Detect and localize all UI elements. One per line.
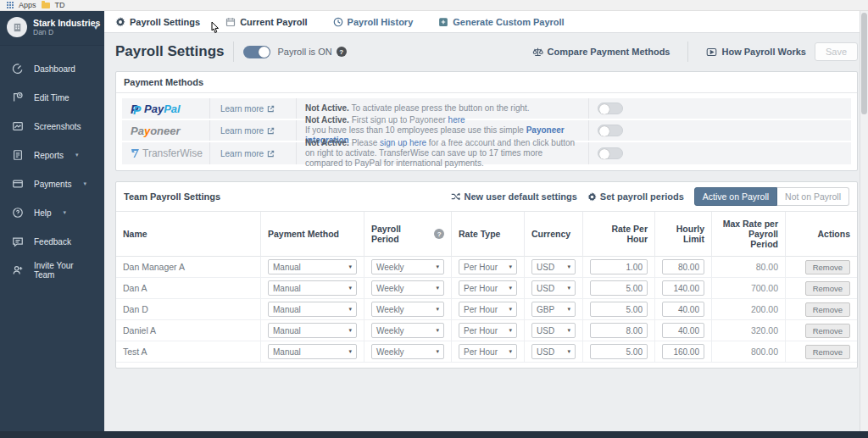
set-payroll-periods-button[interactable]: Set payroll periods [587,191,684,202]
org-caret-icon: ▾ [94,24,97,31]
browser-bookmarks-bar: Apps TD [0,0,868,11]
screenshots-icon [12,120,24,132]
sidebar-item-reports[interactable]: Reports ▾ [0,141,104,169]
active-on-payroll-button[interactable]: Active on Payroll [694,187,777,206]
payment-method-select[interactable]: Manual▾ [268,259,357,274]
payroll-on-help-icon[interactable]: ? [337,47,347,57]
paypal-logo: PP PayPal [122,103,209,115]
vertical-scrollbar[interactable] [860,11,868,431]
remove-button[interactable]: Remove [805,345,850,359]
not-on-payroll-button[interactable]: Not on Payroll [777,187,849,206]
apps-label[interactable]: Apps [19,1,36,9]
remove-button[interactable]: Remove [805,302,850,317]
scrollbar-thumb[interactable] [861,13,867,114]
hourly-limit-input[interactable] [662,344,704,359]
col-header-payment-method: Payment Method [261,212,364,257]
currency-select[interactable]: USD▾ [531,259,576,274]
org-name: Stark Industries [33,18,88,28]
payroll-period-select[interactable]: Weekly▾ [371,302,444,317]
payroll-period-select[interactable]: Weekly▾ [371,280,444,296]
rate-per-hour-input[interactable] [590,259,648,274]
rate-type-select[interactable]: Per Hour▾ [459,259,517,274]
payroll-period-help-icon[interactable]: ? [434,229,444,239]
rate-per-hour-input[interactable] [590,280,648,296]
play-video-icon [706,47,717,58]
col-header-rate-per-hour: Rate Per Hour [583,212,655,257]
transferwise-signup-link[interactable]: sign up here [380,138,426,147]
gear-icon [115,17,125,27]
main-area: Payroll Settings Current Payroll Payroll… [104,11,868,431]
tab-payroll-settings[interactable]: Payroll Settings [115,17,200,27]
payment-method-select[interactable]: Manual▾ [268,344,357,359]
currency-select[interactable]: USD▾ [531,344,576,359]
transferwise-activate-toggle[interactable] [598,147,623,159]
member-name: Test A [116,341,261,363]
bookmark-td[interactable]: TD [55,1,65,9]
payment-method-select[interactable]: Manual▾ [268,280,357,296]
rate-type-select[interactable]: Per Hour▾ [459,323,517,338]
member-name: Daniel A [116,320,261,341]
paypal-status-text: Not Active. To activate please press the… [297,103,588,114]
transferwise-flag-icon [131,148,140,158]
payoneer-learn-more-link[interactable]: Learn more [209,120,297,141]
tab-payroll-history[interactable]: Payroll History [333,17,414,27]
rate-type-select[interactable]: Per Hour▾ [459,302,517,317]
remove-button[interactable]: Remove [805,281,850,296]
sidebar-item-dashboard[interactable]: Dashboard [0,54,104,83]
member-name: Dan Manager A [116,257,261,278]
sidebar-item-edit-time[interactable]: Edit Time [0,83,104,112]
col-header-hourly-limit: Hourly Limit [655,212,712,257]
rate-type-select[interactable]: Per Hour▾ [459,344,517,359]
compare-payment-methods-button[interactable]: Compare Payment Methods [532,47,670,58]
sidebar-item-invite-your-team[interactable]: Invite Your Team [0,256,104,285]
paypal-learn-more-link[interactable]: Learn more [209,98,297,119]
payroll-period-select[interactable]: Weekly▾ [371,259,444,274]
payoneer-here-link[interactable]: here [448,115,465,125]
max-rate-value: 80.00 [712,257,786,278]
currency-select[interactable]: USD▾ [531,280,576,296]
remove-button[interactable]: Remove [805,324,850,338]
max-rate-value: 320.00 [712,320,786,341]
team-payroll-title: Team Payroll Settings [124,191,220,202]
help-icon [12,207,24,219]
tab-generate-custom-payroll[interactable]: Generate Custom Payroll [438,17,564,27]
transferwise-learn-more-link[interactable]: Learn more [209,142,297,164]
rate-per-hour-input[interactable] [590,344,648,359]
dashboard-icon [12,63,24,75]
help-caret-icon: ▾ [64,209,67,216]
sidebar-item-screenshots[interactable]: Screenshots [0,112,104,141]
currency-select[interactable]: USD▾ [531,323,576,338]
payment-method-select[interactable]: Manual▾ [268,323,357,338]
tab-current-payroll[interactable]: Current Payroll [225,17,307,27]
new-user-default-settings-button[interactable]: New user default settings [451,191,577,202]
currency-select[interactable]: GBP▾ [531,302,576,317]
divider [233,42,234,62]
payment-method-select[interactable]: Manual▾ [268,302,357,317]
rate-per-hour-input[interactable] [590,323,648,338]
payroll-on-toggle[interactable] [243,46,270,58]
sidebar-item-payments[interactable]: Payments ▾ [0,169,104,198]
col-header-payroll-period: Payroll Period? [364,212,452,257]
external-link-icon [267,105,275,113]
paypal-activate-toggle[interactable] [598,103,623,114]
bookmark-folder-icon[interactable] [42,3,50,8]
org-switcher[interactable]: Stark Industries Dan D ▾ [0,11,104,46]
member-name: Dan D [116,299,261,320]
how-payroll-works-button[interactable]: How Payroll Works [706,47,805,58]
remove-button[interactable]: Remove [805,260,850,274]
hourly-limit-input[interactable] [662,302,704,317]
payroll-period-select[interactable]: Weekly▾ [371,344,444,359]
payroll-period-select[interactable]: Weekly▾ [371,323,444,338]
save-button[interactable]: Save [815,42,858,61]
rate-per-hour-input[interactable] [590,302,648,317]
hourly-limit-input[interactable] [662,280,704,296]
clock-icon [333,17,343,27]
hourly-limit-input[interactable] [662,259,704,274]
hourly-limit-input[interactable] [662,323,704,338]
rate-type-select[interactable]: Per Hour▾ [459,280,517,296]
apps-grid-icon[interactable] [7,2,14,8]
payoneer-activate-toggle[interactable] [598,125,623,136]
payroll-navbar: Payroll Settings Current Payroll Payroll… [104,11,868,33]
sidebar-item-help[interactable]: Help ▾ [0,198,104,227]
sidebar-item-feedback[interactable]: Feedback [0,227,104,256]
